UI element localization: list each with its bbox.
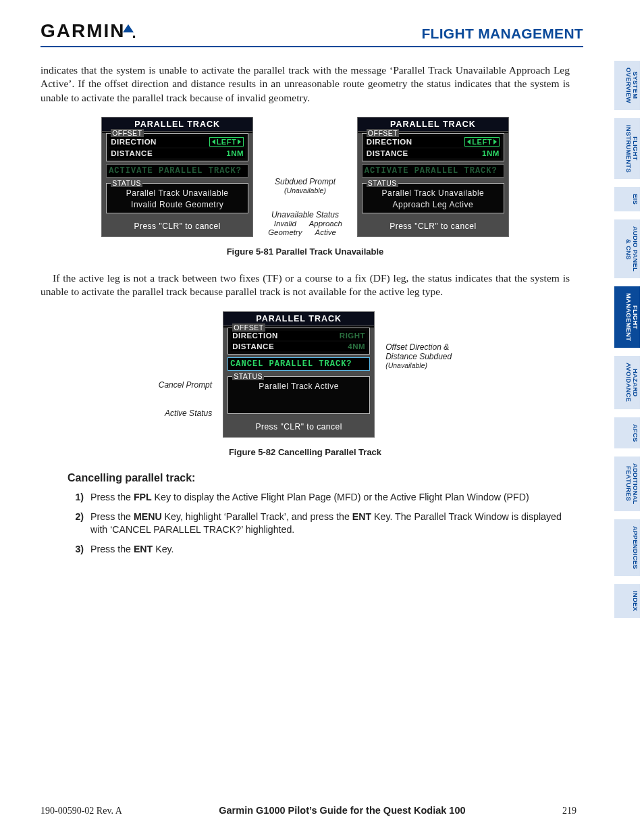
ptk-window-right: PARALLEL TRACK OFFSET DIRECTION LEFT xyxy=(357,117,509,236)
direction-row: DIRECTION RIGHT xyxy=(231,331,367,340)
direction-label: DIRECTION xyxy=(232,332,278,340)
offset-group: OFFSET DIRECTION RIGHT DISTANCE 4NM xyxy=(227,328,370,355)
ptk-footer: Press "CLR" to cancel xyxy=(223,418,374,437)
side-tab-1[interactable]: FLIGHTINSTRUMENTS xyxy=(614,118,640,180)
annot-invalid: Invalid xyxy=(268,219,302,228)
section-title: FLIGHT MANAGEMENT xyxy=(421,26,583,42)
figure-5-81: PARALLEL TRACK OFFSET DIRECTION LEFT xyxy=(41,117,570,236)
page-footer: 190-00590-02 Rev. A Garmin G1000 Pilot’s… xyxy=(41,805,576,816)
step-1: 1) Press the FPL Key to display the Acti… xyxy=(72,491,566,504)
figure-5-82: Cancel Prompt Active Status PARALLEL TRA… xyxy=(41,311,570,438)
side-tab-9[interactable]: INDEX xyxy=(614,584,640,618)
direction-row: DIRECTION LEFT xyxy=(365,136,501,147)
ptk-footer: Press "CLR" to cancel xyxy=(358,217,508,236)
key-ent: ENT xyxy=(134,544,153,554)
annot-offset-dir-1: Offset Direction & xyxy=(385,342,452,352)
chevron-right-icon xyxy=(238,139,241,145)
ptk-window-cancel: PARALLEL TRACK OFFSET DIRECTION RIGHT DI… xyxy=(223,311,375,438)
step-3: 3) Press the ENT Key. xyxy=(72,543,566,556)
distance-row: DISTANCE 1NM xyxy=(365,149,501,158)
direction-row: DIRECTION LEFT xyxy=(109,136,245,147)
activate-prompt-subdued: ACTIVATE PARALLEL TRACK? xyxy=(362,164,504,178)
distance-row: DISTANCE 4NM xyxy=(231,342,367,351)
step-num: 2) xyxy=(72,511,84,536)
direction-value: LEFT xyxy=(472,138,492,146)
status-group: STATUS Parallel Track Unavailable Approa… xyxy=(362,183,504,213)
annot-offset-dir-3: (Unavailable) xyxy=(385,361,452,369)
annot-cancel-prompt: Cancel Prompt xyxy=(159,380,212,390)
annot-geometry: Geometry xyxy=(268,228,302,237)
figure-5-82-caption: Figure 5-82 Cancelling Parallel Track xyxy=(41,447,570,457)
paragraph-1: indicates that the system is unable to a… xyxy=(41,63,570,105)
doc-number: 190-00590-02 Rev. A xyxy=(41,806,122,816)
direction-selector[interactable]: LEFT xyxy=(209,137,244,147)
status-group: STATUS Parallel Track Unavailable Invali… xyxy=(106,183,248,213)
key-menu: MENU xyxy=(134,511,162,522)
side-tab-6[interactable]: AFCS xyxy=(614,417,640,449)
status-group-label: STATUS xyxy=(367,179,398,187)
step-text: Key. xyxy=(153,544,173,554)
status-line1: Parallel Track Unavailable xyxy=(109,188,245,199)
side-tab-2[interactable]: EIS xyxy=(614,187,640,211)
status-line1: Parallel Track Active xyxy=(231,381,367,392)
ptk-window-left: PARALLEL TRACK OFFSET DIRECTION LEFT xyxy=(101,117,253,236)
key-fpl: FPL xyxy=(134,492,152,502)
direction-value: LEFT xyxy=(217,138,237,146)
annot-subdued-prompt: Subdued Prompt xyxy=(268,178,342,186)
distance-label: DISTANCE xyxy=(111,149,153,157)
key-ent: ENT xyxy=(352,511,371,522)
header-rule xyxy=(41,46,583,47)
annot-offset-dir-2: Distance Subdued xyxy=(385,352,452,361)
annot-active: Active xyxy=(309,228,342,237)
annot-active-status: Active Status xyxy=(159,409,212,418)
offset-group-label: OFFSET xyxy=(367,129,399,137)
procedure-title: Cancelling parallel track: xyxy=(68,472,570,484)
side-tab-7[interactable]: ADDITIONALFEATURES xyxy=(614,457,640,511)
side-tab-5[interactable]: HAZARDAVOIDANCE xyxy=(614,356,640,409)
annot-subdued-sub: (Unavailable) xyxy=(268,187,342,195)
chevron-left-icon xyxy=(467,139,471,145)
distance-value: 1NM xyxy=(226,149,244,157)
step-2: 2) Press the MENU Key, highlight ‘Parall… xyxy=(72,511,566,536)
page-number: 219 xyxy=(562,806,576,816)
step-text: Press the xyxy=(90,544,134,554)
distance-value: 1NM xyxy=(482,149,500,157)
distance-label: DISTANCE xyxy=(232,342,274,350)
direction-label: DIRECTION xyxy=(111,138,157,146)
side-tab-0[interactable]: SYSTEMOVERVIEW xyxy=(614,61,640,110)
direction-selector[interactable]: LEFT xyxy=(464,137,500,147)
fig82-left-annot: Cancel Prompt Active Status xyxy=(159,311,212,418)
garmin-logo: GARMIN . xyxy=(41,20,138,42)
direction-label: DIRECTION xyxy=(367,138,412,146)
offset-group-label: OFFSET xyxy=(232,323,265,332)
figure-5-81-caption: Figure 5-81 Parallel Track Unavailable xyxy=(41,246,570,257)
chevron-right-icon xyxy=(493,139,497,145)
guide-title: Garmin G1000 Pilot’s Guide for the Quest… xyxy=(219,805,465,816)
status-line2: Invalid Route Geometry xyxy=(109,199,245,210)
step-text: Key to display the Active Flight Plan Pa… xyxy=(152,492,529,502)
cancel-prompt-highlighted[interactable]: CANCEL PARALLEL TRACK? xyxy=(227,357,370,371)
step-text: Press the xyxy=(90,492,134,502)
procedure-steps: 1) Press the FPL Key to display the Acti… xyxy=(41,491,570,556)
annot-approach: Approach xyxy=(309,219,342,228)
step-num: 3) xyxy=(72,543,84,556)
activate-prompt-subdued: ACTIVATE PARALLEL TRACK? xyxy=(106,164,248,178)
side-tab-4[interactable]: FLIGHTMANAGEMENT xyxy=(614,286,640,348)
offset-group-label: OFFSET xyxy=(111,129,143,137)
fig82-right-annot: Offset Direction & Distance Subdued (Una… xyxy=(385,311,452,369)
step-text: Key, highlight ‘Parallel Track’, and pre… xyxy=(162,511,352,522)
offset-group: OFFSET DIRECTION LEFT DISTANCE 1NM xyxy=(106,133,248,161)
annot-unavail-status: Unavailable Status xyxy=(268,211,342,219)
status-line1: Parallel Track Unavailable xyxy=(365,188,501,199)
status-group-label: STATUS xyxy=(232,372,264,380)
chevron-left-icon xyxy=(212,139,215,145)
direction-value-subdued: RIGHT xyxy=(340,332,365,340)
ptk-footer: Press "CLR" to cancel xyxy=(102,217,252,236)
side-tab-8[interactable]: APPENDICES xyxy=(614,519,640,576)
logo-text: GARMIN xyxy=(41,20,126,42)
paragraph-2: If the active leg is not a track between… xyxy=(41,271,570,299)
distance-value-subdued: 4NM xyxy=(348,342,365,350)
step-text: Press the xyxy=(90,511,134,522)
fig81-annotations: Subdued Prompt (Unavailable) Unavailable… xyxy=(268,117,342,236)
side-tab-3[interactable]: AUDIO PANEL& CNS xyxy=(614,219,640,278)
